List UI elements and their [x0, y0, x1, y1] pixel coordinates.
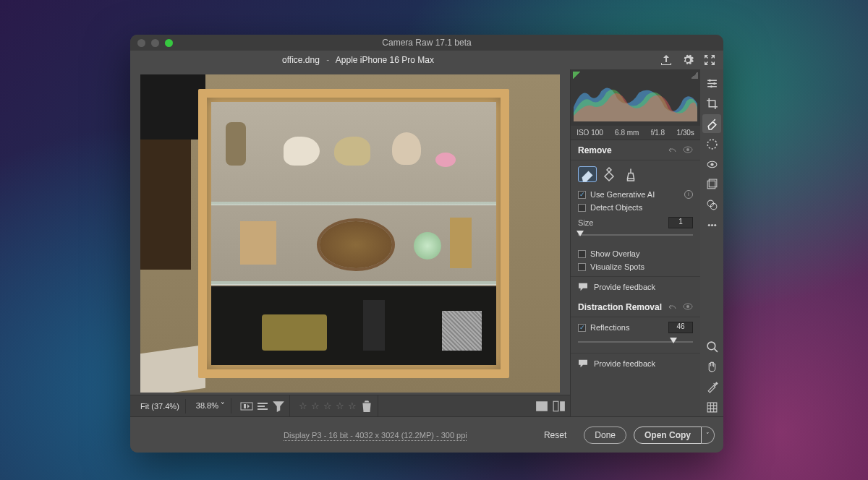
- detect-objects-label: Detect Objects: [590, 203, 642, 212]
- eraser-tool[interactable]: [578, 166, 597, 182]
- svg-point-18: [707, 223, 710, 226]
- crop-tool-icon[interactable]: [702, 94, 721, 113]
- iso-value: ISO 100: [576, 129, 603, 137]
- reflections-value[interactable]: 46: [668, 322, 693, 333]
- star-rating-1[interactable]: ☆: [299, 400, 308, 411]
- tool-strip: [700, 69, 723, 416]
- footer: Display P3 - 16 bit - 4032 x 3024 (12.2M…: [130, 416, 723, 453]
- visibility-icon[interactable]: [683, 146, 693, 153]
- show-overlay-checkbox[interactable]: [578, 250, 586, 258]
- fit-zoom-label[interactable]: Fit (37.4%): [135, 399, 186, 413]
- zoom-tool-icon[interactable]: [702, 337, 721, 356]
- size-value[interactable]: 1: [668, 217, 693, 228]
- star-rating-5[interactable]: ☆: [348, 400, 357, 411]
- remove-title: Remove: [578, 145, 612, 155]
- star-rating-3[interactable]: ☆: [323, 400, 333, 411]
- main-area: Fit (37.4%) 38.8% ˅ ☆ ☆ ☆ ☆ ☆: [130, 69, 723, 416]
- more-icon[interactable]: [702, 215, 721, 234]
- export-icon[interactable]: [660, 53, 673, 67]
- reflections-checkbox[interactable]: [578, 324, 586, 332]
- show-overlay-label: Show Overlay: [590, 249, 639, 258]
- device-name: Apple iPhone 16 Pro Max: [336, 55, 434, 65]
- info-icon[interactable]: i: [684, 190, 693, 199]
- distraction-feedback-link[interactable]: Provide feedback: [571, 353, 700, 374]
- hand-tool-icon[interactable]: [702, 357, 721, 376]
- window-title: Camera Raw 17.1 beta: [130, 38, 723, 48]
- visualize-spots-label: Visualize Spots: [590, 262, 644, 271]
- file-name: office.dng: [282, 55, 320, 65]
- svg-rect-2: [553, 401, 558, 411]
- open-copy-button[interactable]: Open Copy: [634, 427, 702, 444]
- zoom-window-button[interactable]: [165, 39, 173, 47]
- mask-tool-icon[interactable]: [702, 134, 721, 153]
- svg-point-19: [710, 223, 712, 226]
- svg-rect-3: [560, 401, 565, 411]
- info-bar: office.dng - Apple iPhone 16 Pro Max: [130, 51, 723, 69]
- healing-tool-icon[interactable]: [702, 114, 721, 133]
- compare-view-icon[interactable]: [553, 400, 566, 413]
- sampler-tool-icon[interactable]: [702, 377, 721, 396]
- svg-point-7: [686, 305, 689, 308]
- image-canvas[interactable]: [140, 74, 560, 393]
- histogram[interactable]: [571, 69, 700, 126]
- reflections-label: Reflections: [590, 323, 629, 332]
- visibility-icon[interactable]: [683, 303, 693, 310]
- grid-tool-icon[interactable]: [702, 398, 721, 416]
- edit-tool-icon[interactable]: [702, 74, 721, 93]
- settings-gear-icon[interactable]: [681, 53, 694, 67]
- svg-point-9: [713, 82, 715, 84]
- open-copy-split-button: Open Copy ˅: [634, 427, 715, 444]
- trash-icon[interactable]: [360, 400, 373, 413]
- use-generative-ai-checkbox[interactable]: [578, 191, 586, 199]
- minimize-window-button[interactable]: [151, 39, 159, 47]
- reset-button[interactable]: Reset: [534, 427, 576, 444]
- visualize-spots-checkbox[interactable]: [578, 263, 586, 271]
- focal-value: 6.8 mm: [615, 129, 639, 137]
- file-info: office.dng - Apple iPhone 16 Pro Max: [282, 55, 434, 65]
- size-label: Size: [578, 218, 593, 227]
- svg-point-20: [714, 223, 716, 226]
- before-after-icon[interactable]: [240, 400, 253, 413]
- zoom-percent[interactable]: 38.8% ˅: [190, 398, 231, 413]
- single-view-icon[interactable]: [535, 400, 548, 413]
- svg-point-13: [710, 163, 713, 166]
- view-mode-icon[interactable]: [256, 400, 269, 413]
- snapshots-icon[interactable]: [702, 175, 721, 194]
- exif-row: ISO 100 6.8 mm f/1.8 1/30s: [571, 126, 700, 140]
- distraction-section-header[interactable]: Distraction Removal: [571, 297, 700, 317]
- presets-icon[interactable]: [702, 195, 721, 214]
- traffic-lights: [137, 39, 173, 47]
- titlebar: Camera Raw 17.1 beta: [130, 35, 723, 51]
- fullscreen-icon[interactable]: [703, 53, 716, 67]
- svg-point-11: [707, 140, 717, 149]
- close-window-button[interactable]: [137, 39, 145, 47]
- svg-rect-1: [536, 401, 548, 411]
- canvas-column: Fit (37.4%) 38.8% ˅ ☆ ☆ ☆ ☆ ☆: [130, 69, 570, 416]
- svg-point-10: [710, 85, 712, 87]
- size-slider[interactable]: [578, 230, 693, 240]
- open-copy-chevron[interactable]: ˅: [702, 427, 715, 444]
- heal-tool[interactable]: [600, 166, 618, 182]
- undo-icon[interactable]: [667, 146, 677, 155]
- star-rating-2[interactable]: ☆: [311, 400, 320, 411]
- svg-point-5: [686, 148, 689, 151]
- redeye-tool-icon[interactable]: [702, 155, 721, 173]
- clone-tool[interactable]: [621, 166, 640, 182]
- use-gen-ai-label: Use Generative AI: [590, 190, 655, 199]
- remove-section-header[interactable]: Remove: [571, 140, 700, 160]
- detect-objects-checkbox[interactable]: [578, 204, 586, 212]
- separator: -: [326, 55, 329, 65]
- distraction-title: Distraction Removal: [578, 302, 662, 312]
- aperture-value: f/1.8: [651, 129, 665, 137]
- camera-raw-window: Camera Raw 17.1 beta office.dng - Apple …: [130, 35, 723, 453]
- filter-icon[interactable]: [272, 400, 285, 413]
- display-info[interactable]: Display P3 - 16 bit - 4032 x 3024 (12.2M…: [284, 431, 467, 440]
- svg-point-21: [707, 342, 715, 350]
- reflections-slider[interactable]: [578, 337, 693, 347]
- remove-feedback-link[interactable]: Provide feedback: [571, 276, 700, 297]
- undo-icon[interactable]: [667, 303, 677, 312]
- svg-point-8: [708, 79, 710, 81]
- star-rating-4[interactable]: ☆: [336, 400, 345, 411]
- done-button[interactable]: Done: [584, 427, 626, 444]
- shutter-value: 1/30s: [676, 129, 694, 137]
